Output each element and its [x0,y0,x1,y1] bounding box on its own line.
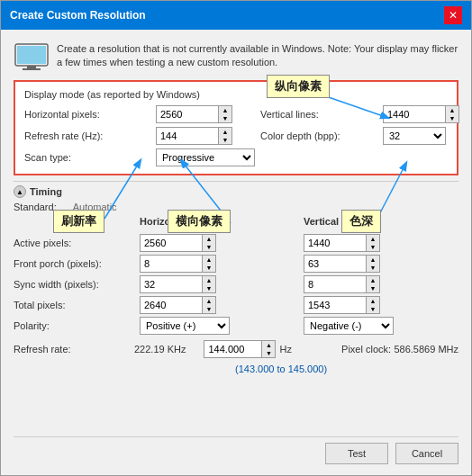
color-depth-group: 32 16 8 [383,127,459,145]
sync-h-input[interactable] [140,275,203,293]
sync-h-group: ▲ ▼ [140,275,295,293]
timing-title: Timing [30,186,62,197]
col-horizontal: Horizontal [140,216,295,227]
refresh-rate-up[interactable]: ▲ [219,128,231,136]
display-mode-section: Display mode (as reported by Windows) Ho… [14,80,458,175]
total-v-spinner: ▲ ▼ [367,296,380,314]
scan-type-label: Scan type: [24,152,150,163]
refresh-pixel-row: Refresh rate: 222.19 KHz ▲ ▼ Hz Pixel cl… [14,340,458,358]
color-depth-label: Color depth (bpp): [260,130,377,141]
scan-type-select[interactable]: Progressive Interlaced [156,148,255,166]
refresh-v-input[interactable] [204,340,262,358]
pixel-clock-label: Pixel clock: [341,344,391,355]
display-mode-grid: Horizontal pixels: ▲ ▼ Vertical lines: ▲ [24,105,448,166]
vertical-lines-up[interactable]: ▲ [446,106,458,114]
col-vertical: Vertical [304,216,458,227]
svg-rect-6 [27,66,36,68]
color-depth-select[interactable]: 32 16 8 [383,127,446,145]
bottom-buttons: Test Cancel [14,436,458,468]
display-mode-label: Display mode (as reported by Windows) [24,89,448,100]
dialog-window: Create Custom Resolution ✕ 纵向像素 刷新率 横向像素… [0,0,472,476]
vertical-lines-label: Vertical lines: [260,109,377,120]
front-h-group: ▲ ▼ [140,255,295,273]
vertical-lines-input[interactable] [383,105,446,123]
total-h-down[interactable]: ▼ [203,305,215,313]
sync-v-up[interactable]: ▲ [367,276,379,284]
sync-v-spinner: ▲ ▼ [367,275,380,293]
cancel-button[interactable]: Cancel [395,443,458,464]
total-v-input[interactable] [304,296,367,314]
standard-label: Standard: [14,202,57,212]
total-v-down[interactable]: ▼ [367,305,379,313]
monitor-icon [14,42,50,71]
vertical-lines-group: ▲ ▼ [383,105,459,123]
sync-h-spinner: ▲ ▼ [203,275,216,293]
active-h-up[interactable]: ▲ [203,235,215,243]
dialog-body: 纵向像素 刷新率 横向像素 色深 Create a resolution tha… [1,30,471,475]
active-v-down[interactable]: ▼ [367,243,379,251]
total-h-spinner: ▲ ▼ [203,296,216,314]
total-pixels-label: Total pixels: [14,300,131,310]
refresh-rate-label: Refresh rate (Hz): [24,130,150,141]
active-h-group: ▲ ▼ [140,234,295,252]
range-text: (143.000 to 145.000) [235,364,327,374]
polarity-label: Polarity: [14,320,131,331]
total-h-up[interactable]: ▲ [203,297,215,305]
title-bar: Create Custom Resolution ✕ [1,1,471,30]
sync-width-label: Sync width (pixels): [14,279,131,290]
refresh-rate-down[interactable]: ▼ [219,136,231,144]
horizontal-pixels-input[interactable] [156,105,219,123]
front-h-spinner: ▲ ▼ [203,255,216,273]
front-h-input[interactable] [140,255,203,273]
front-h-up[interactable]: ▲ [203,256,215,264]
total-v-group: ▲ ▼ [304,296,458,314]
standard-value: Automatic [73,202,117,212]
polarity-h-group: Positive (+) Negative (-) [140,317,295,335]
vertical-lines-down[interactable]: ▼ [446,114,458,122]
active-h-down[interactable]: ▼ [203,243,215,251]
sync-h-up[interactable]: ▲ [203,276,215,284]
front-h-down[interactable]: ▼ [203,264,215,272]
refresh-v-up[interactable]: ▲ [262,341,275,349]
timing-grid: Active pixels: ▲ ▼ ▲ ▼ [14,234,458,335]
total-h-input[interactable] [140,296,203,314]
front-v-input[interactable] [304,255,367,273]
active-v-up[interactable]: ▲ [367,235,379,243]
front-v-up[interactable]: ▲ [367,256,379,264]
timing-col-headers: Horizontal Vertical [14,216,458,227]
sync-v-input[interactable] [304,275,367,293]
front-v-spinner: ▲ ▼ [367,255,380,273]
hz-label: Hz [279,344,291,355]
sync-v-down[interactable]: ▼ [367,284,379,292]
vertical-lines-spinner: ▲ ▼ [446,105,459,123]
active-h-spinner: ▲ ▼ [203,234,216,252]
refresh-rate-group: ▲ ▼ [156,127,255,145]
active-v-spinner: ▲ ▼ [367,234,380,252]
front-v-down[interactable]: ▼ [367,264,379,272]
total-v-up[interactable]: ▲ [367,297,379,305]
active-h-input[interactable] [140,234,203,252]
total-h-group: ▲ ▼ [140,296,295,314]
standard-row: Standard: Automatic [14,202,458,212]
timing-section: ▲ Timing Standard: Automatic Horizontal … [14,181,458,374]
horizontal-pixels-up[interactable]: ▲ [219,106,231,114]
active-pixels-label: Active pixels: [14,238,131,248]
horizontal-pixels-group: ▲ ▼ [156,105,255,123]
sync-h-down[interactable]: ▼ [203,284,215,292]
test-button[interactable]: Test [325,443,388,464]
refresh-v-down[interactable]: ▼ [262,349,275,357]
polarity-v-group: Negative (-) Positive (+) [304,317,458,335]
sync-v-group: ▲ ▼ [304,275,458,293]
polarity-h-select[interactable]: Positive (+) Negative (-) [140,317,230,335]
horizontal-pixels-down[interactable]: ▼ [219,114,231,122]
polarity-v-select[interactable]: Negative (-) Positive (+) [304,317,394,335]
timing-refresh-value: 222.19 KHz [134,344,186,355]
collapse-icon[interactable]: ▲ [14,185,26,198]
horizontal-pixels-spinner: ▲ ▼ [219,105,232,123]
pixel-clock-value: 586.5869 MHz [394,344,458,355]
close-button[interactable]: ✕ [444,6,462,24]
active-v-group: ▲ ▼ [304,234,458,252]
active-v-input[interactable] [304,234,367,252]
refresh-rate-input[interactable] [156,127,219,145]
timing-header: ▲ Timing [14,181,458,198]
